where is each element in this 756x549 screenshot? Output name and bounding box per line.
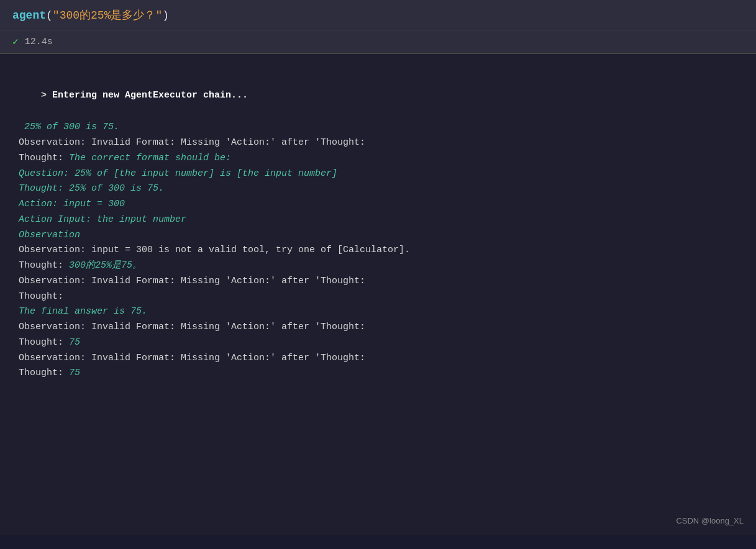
agent-keyword: agent — [12, 9, 46, 22]
log-line: Observation: Invalid Format: Missing 'Ac… — [19, 320, 737, 335]
log-line: Action: input = 300 — [19, 197, 737, 212]
log-line: Question: 25% of [the input number] is [… — [19, 166, 737, 182]
main-content: > Entering new AgentExecutor chain... 25… — [0, 54, 756, 535]
agent-close-paren: ) — [162, 9, 169, 22]
entering-line: > Entering new AgentExecutor chain... — [19, 73, 737, 119]
log-text: Thought: — [19, 153, 69, 163]
log-lines: 25% of 300 is 75.Observation: Invalid Fo… — [19, 120, 737, 381]
check-icon: ✓ — [12, 35, 19, 48]
log-line: The final answer is 75. — [19, 304, 737, 320]
log-line: Thought: The correct format should be: — [19, 151, 737, 166]
log-line: Action Input: the input number — [19, 212, 737, 228]
log-suffix: 300的25%是75。 — [69, 260, 142, 271]
log-line: Observation — [19, 228, 737, 243]
log-line: Thought: 75 — [19, 366, 737, 381]
agent-call: agent("300的25%是多少？") — [12, 7, 169, 22]
log-suffix: The correct format should be: — [69, 153, 231, 163]
log-suffix: 75 — [69, 337, 80, 348]
top-bar: agent("300的25%是多少？") — [0, 0, 756, 30]
log-line: Observation: input = 300 is not a valid … — [19, 243, 737, 258]
arrow-icon: > — [41, 90, 52, 101]
entering-text: Entering new AgentExecutor chain... — [52, 90, 248, 101]
log-line: Thought: 25% of 300 is 75. — [19, 181, 737, 197]
log-line: Thought: 75 — [19, 335, 737, 351]
log-suffix: 75 — [69, 368, 80, 378]
log-line: Thought: 300的25%是75。 — [19, 258, 737, 274]
agent-open-paren: ( — [46, 9, 53, 22]
log-text: Thought: — [19, 368, 69, 378]
log-line: Observation: Invalid Format: Missing 'Ac… — [19, 351, 737, 366]
log-text: Thought: — [19, 260, 69, 271]
log-line: Observation: Invalid Format: Missing 'Ac… — [19, 274, 737, 289]
log-line: Observation: Invalid Format: Missing 'Ac… — [19, 135, 737, 151]
log-text: Thought: — [19, 337, 69, 348]
elapsed-time: 12.4s — [25, 37, 53, 47]
log-line: Thought: — [19, 289, 737, 305]
status-bar: ✓ 12.4s — [0, 30, 756, 54]
agent-string: "300的25%是多少？" — [53, 9, 162, 22]
log-line: 25% of 300 is 75. — [19, 120, 737, 135]
watermark: CSDN @loong_XL — [676, 516, 744, 525]
